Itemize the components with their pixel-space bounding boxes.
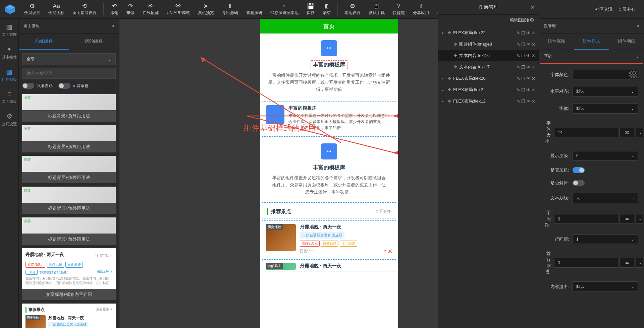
- visibility-icon[interactable]: 👁: [526, 99, 531, 104]
- delete-icon[interactable]: ✕: [532, 87, 535, 92]
- move-icon[interactable]: ✥: [448, 99, 451, 104]
- halign-select[interactable]: 默认⌄: [573, 86, 638, 96]
- toolbar-全局设置[interactable]: ⚙全局设置: [20, 1, 44, 17]
- copy-icon[interactable]: ❐: [521, 53, 525, 58]
- expand-icon[interactable]: ▸: [442, 100, 446, 103]
- delete-icon[interactable]: ✕: [532, 76, 535, 81]
- copy-icon[interactable]: ❐: [521, 76, 525, 81]
- layer-item[interactable]: ▾✥FLEX布局:flex22✎❐👁✕: [438, 27, 539, 39]
- delete-icon[interactable]: ✕: [532, 99, 535, 104]
- template-card[interactable]: 推荐标题背景+负外距用法: [22, 94, 116, 122]
- expand-icon[interactable]: ▸: [442, 77, 446, 80]
- toolbar-保存源码至本地[interactable]: ▫保存源码至本地: [266, 1, 303, 17]
- copy-icon[interactable]: ❐: [521, 87, 525, 92]
- zindex-select[interactable]: 0⌄: [573, 151, 638, 160]
- layer-item[interactable]: ✥图片组件:image8✎❐👁✕: [438, 39, 539, 50]
- visibility-icon[interactable]: 👁: [526, 87, 531, 92]
- close-icon[interactable]: ✕: [530, 4, 535, 10]
- toolbar-UNIAPP调试[interactable]: 👁UNIAPP调试: [163, 1, 194, 17]
- toolbar-导出源码[interactable]: ⬇导出源码: [218, 1, 242, 17]
- visibility-icon[interactable]: 👁: [526, 30, 531, 36]
- toolbar-撤销[interactable]: ↶撤销: [106, 1, 122, 17]
- scenic-card[interactable]: 自然风光 丹霞地貌 · 两天一夜: [262, 259, 396, 271]
- text-indent-input[interactable]: [554, 258, 618, 268]
- delete-icon[interactable]: ✕: [532, 30, 535, 36]
- toolbar-在线预览[interactable]: 👁在线预览: [139, 1, 163, 17]
- layer-item[interactable]: ✥文本内容:text16✎❐👁✕: [438, 50, 539, 61]
- content-block[interactable]: 丰富的模板库 丰富的组件覆盖开发过程的各个需求，开发者可以随意组合组件库。众多常…: [262, 136, 396, 202]
- collapse-left-icon[interactable]: <: [112, 24, 114, 28]
- toolbar-本地设置[interactable]: ⚙本地设置: [340, 1, 365, 17]
- template-card[interactable]: 推荐标题背景+负外距用法: [22, 156, 116, 183]
- toolbar-消空[interactable]: 🗑消空: [319, 1, 335, 17]
- delete-icon[interactable]: ✕: [532, 42, 535, 47]
- edit-icon[interactable]: ✎: [517, 99, 520, 104]
- expand-icon[interactable]: ▸: [442, 88, 446, 92]
- edit-icon[interactable]: ✎: [517, 76, 520, 81]
- toolbar-真机预览[interactable]: ➤真机预览: [194, 1, 218, 17]
- toolbar-保存[interactable]: 💾保存: [303, 1, 319, 17]
- layer-item[interactable]: ✥文本内容:text17✎❐👁✕: [438, 61, 539, 73]
- toolbar-全局图标[interactable]: Aa全局图标: [44, 1, 68, 17]
- edit-icon[interactable]: ✎: [517, 42, 520, 47]
- visibility-icon[interactable]: 👁: [526, 53, 531, 58]
- unit-dropdown[interactable]: ⌄: [636, 214, 643, 224]
- bold-toggle[interactable]: [573, 167, 585, 173]
- unit-dropdown[interactable]: ⌄: [636, 258, 643, 268]
- copy-icon[interactable]: ❐: [521, 99, 525, 104]
- layer-item[interactable]: ▸✥FLEX布局:flex20✎❐👁✕: [438, 73, 539, 84]
- edit-icon[interactable]: ✎: [517, 65, 520, 70]
- tab-component-style[interactable]: 组件样式: [574, 34, 609, 50]
- scenic-card[interactable]: 历史地貌 丹霞地貌 · 两天一夜 一起感受历史文化遗迹经 直降750元 自然风光…: [262, 220, 396, 257]
- move-icon[interactable]: ✥: [454, 42, 457, 47]
- nav-基本组件[interactable]: ✦基本组件: [0, 41, 18, 64]
- italic-toggle[interactable]: [573, 180, 585, 186]
- tab-my-components[interactable]: 我的组件: [69, 34, 119, 50]
- template-card[interactable]: 推荐标题背景+负外距用法: [22, 187, 116, 214]
- template-card[interactable]: 推荐标题背景+负外距用法: [22, 217, 116, 245]
- section-basic[interactable]: 基础 ⌄: [539, 50, 644, 63]
- layer-item[interactable]: ▸✥FLEX布局:flex12✎❐👁✕: [438, 95, 539, 107]
- content-block[interactable]: 丰富的模板库 丰富的组件覆盖开发过程的各个需求，开发者可以随意组合组件库。众多常…: [260, 34, 398, 100]
- block-title-selected[interactable]: 丰富的模板库: [311, 60, 347, 69]
- template-article[interactable]: 丹霞地貌 · 两天一夜 详情/电话 > 直降750元 自然风光 文化遗迹 5.0…: [22, 248, 116, 300]
- visibility-icon[interactable]: 👁: [526, 65, 531, 70]
- tab-component-props[interactable]: 组件属性: [539, 34, 574, 50]
- visibility-icon[interactable]: 👁: [526, 42, 531, 47]
- edit-icon[interactable]: ✎: [517, 53, 520, 58]
- move-icon[interactable]: ✥: [454, 53, 457, 58]
- toolbar-快捷键[interactable]: ?快捷键: [389, 1, 409, 17]
- nav-全局设置[interactable]: ⚙全局设置: [0, 108, 18, 131]
- toolbar-查看源码[interactable]: 查看源码: [242, 1, 266, 17]
- delete-icon[interactable]: ✕: [532, 53, 535, 58]
- toolbar-默认手机[interactable]: 📱默认手机: [365, 1, 389, 17]
- edit-icon[interactable]: ✎: [517, 30, 520, 36]
- line-height-select[interactable]: 1⌄: [573, 235, 638, 244]
- copy-icon[interactable]: ❐: [521, 42, 525, 47]
- tab-system-components[interactable]: 系统组件: [19, 34, 69, 50]
- toolbar-link-社区交流[interactable]: 社区交流: [595, 6, 612, 12]
- layer-item[interactable]: ▸✥FLEX布局:flex2✎❐👁✕: [438, 84, 539, 95]
- category-dropdown[interactable]: 全部 ⌄: [22, 53, 116, 65]
- font-size-input[interactable]: [554, 128, 618, 137]
- toolbar-重做[interactable]: ↷重做: [122, 1, 139, 17]
- template-card[interactable]: 推荐标题背景+负外距用法: [22, 125, 116, 152]
- horizontal-card[interactable]: 丰富的模板库 丰富的组件覆盖开发过程的各个需求，开发者可以随意组合组件库。众多常…: [262, 102, 396, 134]
- toolbar-页面接口设置[interactable]: ⟲页面接口设置: [68, 1, 101, 17]
- move-icon[interactable]: ✥: [448, 30, 451, 35]
- nav-页面管理[interactable]: ▥页面管理: [0, 19, 18, 41]
- edit-icon[interactable]: ✎: [517, 87, 520, 92]
- font-select[interactable]: 默认⌄: [573, 103, 638, 114]
- toolbar-分享应用[interactable]: ⇪分享应用: [409, 1, 433, 17]
- unit-dropdown[interactable]: ⌄: [636, 128, 643, 137]
- expand-icon[interactable]: ▾: [442, 31, 446, 35]
- move-icon[interactable]: ✥: [454, 65, 457, 69]
- toolbar-link-会员中心[interactable]: 会员中心: [618, 6, 635, 12]
- nav-组件模板[interactable]: ▦组件模板: [0, 64, 18, 86]
- collapse-right-icon[interactable]: >: [637, 24, 639, 28]
- copy-icon[interactable]: ❐: [521, 30, 525, 36]
- pending-toggle[interactable]: [58, 83, 70, 89]
- move-icon[interactable]: ✥: [448, 87, 451, 92]
- text-decoration-select[interactable]: 无⌄: [573, 193, 638, 203]
- visibility-icon[interactable]: 👁: [526, 76, 531, 81]
